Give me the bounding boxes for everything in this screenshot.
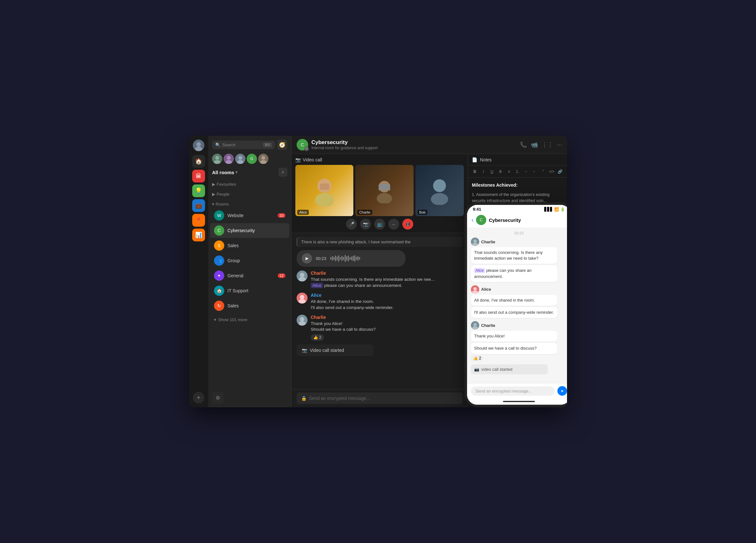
svg-point-4 [215,156,219,160]
wave-bar [353,256,354,261]
ordered-list-button[interactable]: 1. [514,168,521,176]
outdent-button[interactable]: ← [531,168,538,176]
wave-bar [330,257,331,260]
bank-icon-btn[interactable]: 🏛 [192,170,205,183]
underline-button[interactable]: U [488,168,496,176]
play-audio-button[interactable]: ▶ [302,253,312,264]
battery-icon: 🔋 [560,207,565,212]
svg-point-7 [227,156,231,160]
messages-scroll[interactable]: There is also a new phishing attack, I h… [292,233,468,389]
wave-bar [343,257,344,260]
mobile-thumbs-reaction[interactable]: 👍 2 [471,355,483,361]
video-call-started-text: Video call started [310,348,344,353]
show-more-chevron-icon: ▾ [214,317,216,322]
rooms-header[interactable]: ▾ Rooms [208,201,291,208]
code-button[interactable]: </> [548,168,555,176]
thumbs-up-reaction[interactable]: 👍 2 [311,334,324,341]
add-room-button[interactable]: + [278,168,287,177]
mobile-alice-mention: Alice [474,268,485,273]
chart-icon-btn[interactable]: 📊 [192,229,205,242]
wave-bar [333,257,334,260]
favourites-header[interactable]: ▶ Favourites [208,181,291,188]
mobile-charlie-name-1: Charlie [481,240,495,244]
indent-button[interactable]: → [522,168,530,176]
home-indicator [503,401,535,402]
mobile-vc-text: video call started [481,367,513,372]
bold-button[interactable]: B [471,168,479,176]
compass-button[interactable]: 🧭 [277,140,287,150]
chat-title: Cybersecurity [311,139,378,146]
chat-header: C 🛡 Cybersecurity Internal room for guid… [292,136,567,154]
search-icon: 🔍 [215,143,220,147]
sidebar-item-general[interactable]: ✦ General 12 [210,268,289,283]
link-button[interactable]: 🔗 [556,168,564,176]
website-room-name: Website [227,213,275,218]
charlie-msg-content-2: Charlie Thank you Alice! Should we have … [311,315,463,341]
phone-icon[interactable]: 📞 [520,141,527,148]
avatar-1 [212,154,222,164]
mobile-msg-header-charlie-1: Charlie [471,238,567,246]
it-support-room-icon: 🏠 [214,285,224,296]
sidebar-item-cybersecurity[interactable]: C Cybersecurity [210,223,289,238]
svg-point-30 [300,317,304,321]
add-workspace-button[interactable]: + [193,392,204,403]
sidebar-item-website[interactable]: W Website 10 [210,208,289,223]
people-chevron-icon: ▶ [212,192,215,197]
screen-share-button[interactable]: 📺 [374,219,385,230]
video-icon[interactable]: 📹 [531,141,538,148]
general-room-name: General [227,273,275,278]
all-rooms-title[interactable]: All rooms ▾ [212,170,237,175]
user-avatar[interactable] [193,140,204,151]
home-icon-btn[interactable]: 🏠 [192,155,205,168]
charlie-author-1: Charlie [311,271,463,275]
end-call-button[interactable]: 📵 [402,219,413,230]
video-call-started-icon: 📷 [302,348,307,353]
mobile-overlay: 9:41 ▋▋▋ 📶 🔋 ‹ C Cybersecurity 02:23 [464,202,567,407]
charlie-avatar-1 [297,271,308,281]
mobile-back-button[interactable]: ‹ [472,217,473,224]
sidebar-item-group[interactable]: 👥 Group [210,253,289,268]
show-more-rooms[interactable]: ▾ Show 101 more [210,315,289,324]
sidebar-item-sales-1[interactable]: S Sales [210,238,289,253]
sidebar-item-it-support[interactable]: 🏠 IT Support [210,283,289,298]
mobile-messages-area[interactable]: 02:23 Charlie That sounds concerning. Is… [467,228,567,383]
alice-author-1: Alice [311,292,463,298]
search-box[interactable]: 🔍 Search ⌘K [212,141,275,149]
more-options-icon[interactable]: ··· [557,142,562,148]
chat-input-box[interactable]: 🔒 Send an encrypted message... [297,392,463,404]
briefcase-icon-btn[interactable]: 💼 [192,199,205,212]
bulb-icon-btn[interactable]: 💡 [192,185,205,197]
location-icon-btn[interactable]: 📍 [192,214,205,227]
settings-button[interactable]: ⚙ [212,392,224,403]
mobile-chat-input[interactable]: Send an encrypted message... [471,386,555,396]
strikethrough-button[interactable]: S [497,168,504,176]
svg-point-22 [431,193,448,205]
apps-icon[interactable]: ⋮⋮ [542,141,553,148]
mobile-send-button[interactable]: ➤ [557,386,567,396]
mobile-timestamp: 02:23 [471,231,567,235]
sidebar-item-sales-2[interactable]: ↻ Sales [210,298,289,313]
svg-point-33 [473,240,477,243]
wave-bar [348,256,349,261]
sidebar: 🔍 Search ⌘K 🧭 G All rooms [208,136,292,407]
shield-icon: 🛡 [304,147,309,151]
alice-avatar-1 [297,292,308,303]
list-button[interactable]: ≡ [505,168,513,176]
more-video-options-button[interactable]: ··· [388,219,399,230]
cybersecurity-room-icon: C [214,226,224,236]
svg-point-10 [238,156,242,160]
italic-button[interactable]: I [480,168,487,176]
all-rooms-label: All rooms [212,170,234,175]
mute-mic-button[interactable]: 🎤 [346,219,357,230]
video-bg-bob [415,165,464,216]
active-users-avatars: G [208,152,291,167]
video-panel: 📷 Video call [292,154,468,233]
favourites-label: Favourites [217,182,236,187]
charlie-text-1: That sounds concerning. Is there any imm… [311,276,463,289]
toggle-camera-button[interactable]: 📷 [360,219,371,230]
audio-message: ▶ 00:23 [297,250,406,267]
avatar-4: G [247,154,257,164]
quote-button[interactable]: " [539,168,547,176]
mobile-charlie-mention-bubble: Alice please can you share an announceme… [471,265,557,282]
people-header[interactable]: ▶ People [208,191,291,198]
